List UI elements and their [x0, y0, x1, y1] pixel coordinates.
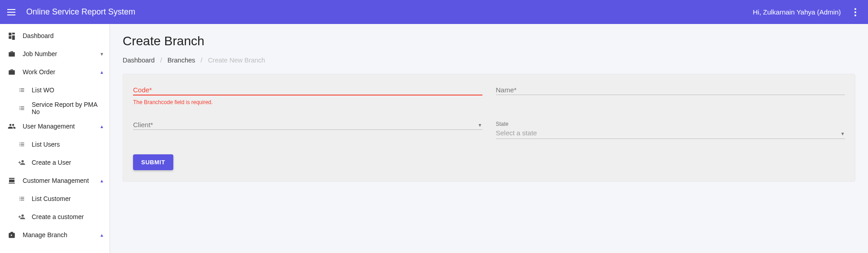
list-icon	[17, 105, 26, 112]
breadcrumb: Dashboard / Branches / Create New Branch	[123, 57, 855, 64]
appbar: Online Service Report System Hi, Zulkarn…	[0, 0, 868, 24]
sidebar-item-create-user[interactable]: Create a User	[0, 153, 110, 172]
sidebar-item-label: List WO	[32, 86, 104, 94]
state-top-label: State	[496, 121, 845, 127]
sidebar-item-label: Job Number	[23, 50, 100, 57]
list-icon	[17, 141, 26, 148]
sidebar-item-customer-management[interactable]: Customer Management ▲	[0, 172, 110, 190]
sidebar-item-user-management[interactable]: User Management ▲	[0, 117, 110, 135]
app-title: Online Service Report System	[26, 7, 135, 17]
sidebar-item-label: Service Report by PMA No	[32, 101, 104, 115]
dashboard-icon	[6, 32, 17, 40]
people-icon	[6, 122, 17, 130]
sidebar-item-list-wo[interactable]: List WO	[0, 81, 110, 99]
person-add-icon	[17, 159, 26, 166]
client-field[interactable]: Client* ▼	[133, 121, 482, 139]
sidebar-item-work-order[interactable]: Work Order ▲	[0, 63, 110, 81]
chevron-up-icon: ▲	[100, 178, 104, 183]
breadcrumb-dashboard[interactable]: Dashboard	[123, 57, 155, 64]
menu-icon[interactable]	[7, 7, 18, 18]
branch-icon	[6, 231, 17, 239]
breadcrumb-separator: /	[160, 57, 162, 64]
breadcrumb-branches[interactable]: Branches	[167, 57, 195, 64]
main-content: Create Branch Dashboard / Branches / Cre…	[110, 24, 868, 253]
chevron-down-icon: ▼	[840, 131, 845, 136]
state-field[interactable]: State Select a state ▼	[496, 121, 845, 139]
submit-button[interactable]: SUBMIT	[133, 154, 173, 170]
chevron-up-icon: ▲	[100, 233, 104, 238]
user-greeting: Hi, Zulkarnain Yahya (Admin)	[753, 8, 841, 16]
sidebar-item-dashboard[interactable]: Dashboard	[0, 27, 110, 45]
breadcrumb-separator: /	[200, 57, 202, 64]
sidebar-item-label: Create a User	[32, 159, 104, 166]
sidebar-item-label: List Users	[32, 141, 104, 148]
chevron-up-icon: ▲	[100, 70, 104, 75]
sidebar-item-job-number[interactable]: Job Number ▼	[0, 45, 110, 63]
sidebar-item-label: Create a customer	[32, 213, 104, 220]
sidebar-item-manage-branch[interactable]: Manage Branch ▲	[0, 226, 110, 244]
sidebar-item-label: Manage Branch	[23, 231, 100, 239]
person-add-icon	[17, 213, 26, 220]
chevron-down-icon: ▼	[100, 52, 104, 57]
more-icon[interactable]	[850, 7, 861, 18]
sidebar-item-list-customer[interactable]: List Customer	[0, 190, 110, 208]
briefcase-icon	[6, 50, 17, 58]
sidebar-item-label: Work Order	[23, 68, 100, 76]
form-card: Code* The Branchcode field is required. …	[123, 74, 855, 181]
breadcrumb-current: Create New Branch	[208, 57, 265, 64]
sidebar-item-list-users[interactable]: List Users	[0, 135, 110, 153]
sidebar: Dashboard Job Number ▼ Work Order ▲ List…	[0, 24, 110, 253]
sidebar-item-service-report-pma[interactable]: Service Report by PMA No	[0, 99, 110, 117]
sidebar-item-create-customer[interactable]: Create a customer	[0, 208, 110, 226]
chevron-down-icon: ▼	[478, 123, 482, 128]
client-label: Client*	[133, 121, 475, 129]
code-field[interactable]: Code* The Branchcode field is required.	[133, 86, 482, 105]
list-icon	[17, 86, 26, 94]
state-placeholder: Select a state	[496, 129, 838, 138]
list-icon	[17, 195, 26, 202]
sidebar-item-label: Dashboard	[23, 32, 104, 39]
page-title: Create Branch	[123, 34, 855, 48]
sidebar-item-label: List Customer	[32, 195, 104, 202]
code-error-text: The Branchcode field is required.	[133, 99, 482, 105]
register-icon	[6, 177, 17, 185]
code-label: Code*	[133, 86, 482, 94]
name-label: Name*	[496, 86, 845, 94]
briefcase-icon	[6, 68, 17, 76]
chevron-up-icon: ▲	[100, 124, 104, 129]
name-field[interactable]: Name*	[496, 86, 845, 105]
sidebar-item-label: User Management	[23, 123, 100, 130]
sidebar-item-label: Customer Management	[23, 177, 100, 184]
